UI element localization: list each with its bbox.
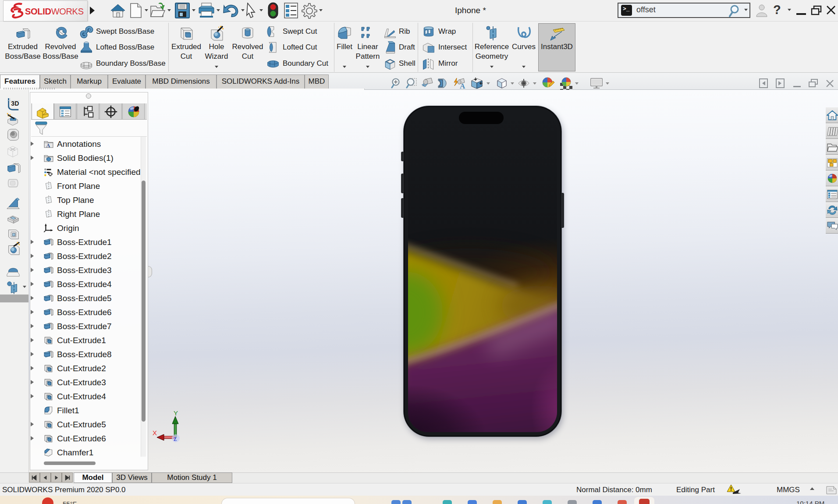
svg-text:X: X xyxy=(153,429,157,437)
svg-text:A: A xyxy=(460,82,465,89)
svg-text:!: ! xyxy=(730,486,732,492)
svg-text:z: z xyxy=(174,435,177,442)
svg-text:3D: 3D xyxy=(11,100,19,107)
svg-text:A: A xyxy=(46,142,50,148)
svg-text:Y: Y xyxy=(174,409,178,417)
